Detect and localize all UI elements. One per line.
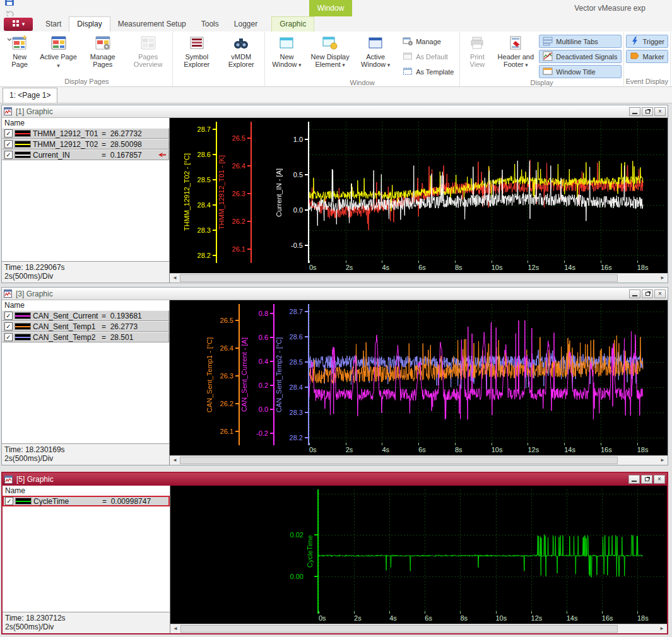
marker-button[interactable]: Marker (626, 50, 668, 63)
customize-quick-access-button[interactable] (3, 33, 16, 46)
new-display-element-button[interactable]: New Display Element ▾ (308, 32, 352, 78)
signal-checkbox[interactable]: ✓ (4, 129, 13, 137)
restore-button[interactable] (642, 289, 653, 298)
multiline-tabs-button[interactable]: Multiline Tabs (539, 35, 621, 48)
signal-checkbox[interactable]: ✓ (4, 140, 13, 148)
y-tick-label: 26.5 (220, 317, 233, 324)
restore-button[interactable] (641, 475, 652, 484)
signal-checkbox[interactable]: ✓ (4, 312, 13, 320)
signal-name: Current_IN (33, 151, 100, 160)
page-tab[interactable]: 1: <Page 1> (3, 88, 57, 103)
scroll-left-arrow[interactable]: ◄ (170, 274, 180, 283)
y-axis: THMM_12912_T01 - [K]26.526.426.326.226.1 (217, 122, 252, 263)
manage-windows-button[interactable]: Manage (399, 35, 457, 48)
tab-measurement-setup[interactable]: Measurement Setup (110, 17, 194, 32)
signal-checkbox[interactable]: ✓ (5, 497, 13, 505)
pages-overview-button[interactable]: Pages Overview (126, 32, 170, 77)
x-tick-label: 18s (637, 446, 649, 453)
time-panel: Time: 18.230712s 2s(500ms)/Div (3, 612, 170, 633)
signal-checkbox[interactable]: ✓ (4, 322, 13, 330)
window-title-button[interactable]: Window Title (539, 65, 621, 78)
signal-row[interactable]: ✓THMM_12912_T01= 26.27732 (2, 128, 169, 139)
tab-start[interactable]: Start (38, 17, 69, 32)
restore-button[interactable] (642, 107, 653, 116)
horizontal-scrollbar[interactable]: ◄► (170, 624, 667, 633)
new-window-button[interactable]: New Window ▾ (267, 32, 307, 78)
ribbon-group-label: Window (267, 78, 458, 88)
horizontal-scrollbar[interactable]: ◄► (170, 455, 668, 465)
close-button[interactable]: × (654, 289, 666, 298)
save-button[interactable] (3, 0, 16, 8)
active-page-button[interactable]: Active Page ▾ (37, 32, 79, 77)
scroll-right-arrow[interactable]: ► (657, 624, 667, 633)
tab-display[interactable]: Display (69, 16, 110, 32)
scroll-right-arrow[interactable]: ► (657, 274, 668, 283)
signal-checkbox[interactable]: ✓ (4, 151, 13, 159)
close-button[interactable]: × (654, 107, 666, 116)
ribbon-group-explorers: Symbol ExplorervMDM Explorer (173, 32, 265, 86)
scrollbar-thumb[interactable] (180, 457, 618, 464)
y-tick-label: 0.4 (259, 358, 268, 365)
application-menu-button[interactable]: ▾ (4, 18, 33, 31)
as-template-button[interactable]: As Template (399, 65, 457, 78)
x-tick-label: 16s (601, 446, 612, 453)
x-tick-label: 16s (601, 264, 612, 271)
signal-checkbox[interactable]: ✓ (4, 333, 13, 341)
scroll-left-arrow[interactable]: ◄ (170, 456, 180, 465)
pages-overview-icon (139, 34, 157, 52)
scrollbar-thumb[interactable] (180, 274, 618, 282)
plot-region[interactable] (309, 122, 664, 263)
signal-row[interactable]: ✓Current_IN= 0.167857 (2, 149, 169, 160)
vmdm-explorer-button[interactable]: vMDM Explorer (220, 32, 262, 77)
signal-row[interactable]: ✓CAN_Sent_Temp1= 26.2773 (2, 321, 169, 332)
scroll-right-arrow[interactable]: ► (657, 456, 668, 465)
print-view-button[interactable]: Print View (462, 32, 492, 78)
signal-row[interactable]: ✓CAN_Sent_Temp2= 28.501 (2, 332, 169, 342)
horizontal-scrollbar[interactable]: ◄► (170, 273, 668, 283)
graphic-window-3[interactable]: [3] Graphic × Name ✓CAN_Sent_Current= 0.… (1, 287, 668, 465)
deactivated-signals-button[interactable]: Deactivated Signals (539, 50, 621, 63)
scrollbar-thumb[interactable] (180, 625, 618, 633)
graphic-window-icon (4, 107, 13, 116)
signal-color-swatch (15, 151, 31, 158)
tab-tools[interactable]: Tools (194, 17, 227, 32)
manage-pages-button[interactable]: Manage Pages (81, 32, 125, 77)
signal-row[interactable]: ✓THMM_12912_T02= 28.50098 (2, 139, 169, 149)
y-axis-line (314, 489, 319, 614)
chart-plot-canvas[interactable] (319, 489, 664, 614)
as-default-button[interactable]: As Default (399, 50, 457, 63)
y-tick-label: 28.2 (290, 434, 303, 441)
graphic-window-1[interactable]: [1] Graphic × Name ✓THMM_12912_T01= 26.2… (1, 105, 668, 283)
minimize-button[interactable] (629, 289, 640, 298)
x-tick-label: 8s (460, 614, 468, 622)
chart-plot-canvas[interactable] (309, 122, 664, 263)
plot-region[interactable] (309, 304, 664, 445)
time-label: Time: 18.230169s (4, 445, 167, 454)
window-titlebar[interactable]: [1] Graphic × (2, 105, 668, 118)
signal-value: = 0.00998747 (102, 497, 151, 506)
signal-row[interactable]: ✓CAN_Sent_Current= 0.193681 (2, 310, 169, 321)
ribbon-group-label: Display Pages (3, 77, 170, 86)
plot-region[interactable] (319, 489, 664, 614)
close-button[interactable]: × (654, 475, 665, 484)
ribbon-group-display: Print ViewHeader and Footer ▾Multiline T… (460, 32, 623, 86)
tab-logger[interactable]: Logger (227, 17, 265, 32)
header-and-footer-button[interactable]: Header and Footer ▾ (493, 32, 538, 78)
minimize-button[interactable] (629, 107, 640, 116)
graphic-window-5[interactable]: [5] Graphic × Name ✓CycleTime= 0.0099874… (1, 472, 668, 634)
tab-graphic[interactable]: Graphic (271, 16, 314, 32)
signal-name: CAN_Sent_Temp1 (33, 322, 100, 331)
chart-plot-canvas[interactable] (309, 304, 664, 445)
signal-panel-filler (2, 160, 169, 261)
window-titlebar[interactable]: [5] Graphic × (3, 473, 667, 486)
signal-row[interactable]: ✓CycleTime= 0.00998747 (3, 496, 170, 506)
window-titlebar[interactable]: [3] Graphic × (2, 288, 668, 300)
signal-panel-filler (3, 506, 170, 612)
minimize-button[interactable] (628, 475, 640, 484)
y-axis-title: Current_IN - [A] (274, 122, 283, 263)
scroll-left-arrow[interactable]: ◄ (170, 624, 180, 633)
symbol-explorer-button[interactable]: Symbol Explorer (175, 32, 219, 77)
active-window-button[interactable]: Active Window ▾ (353, 32, 398, 78)
y-tick-label: 26.1 (220, 428, 233, 435)
trigger-button[interactable]: Trigger (626, 35, 668, 48)
